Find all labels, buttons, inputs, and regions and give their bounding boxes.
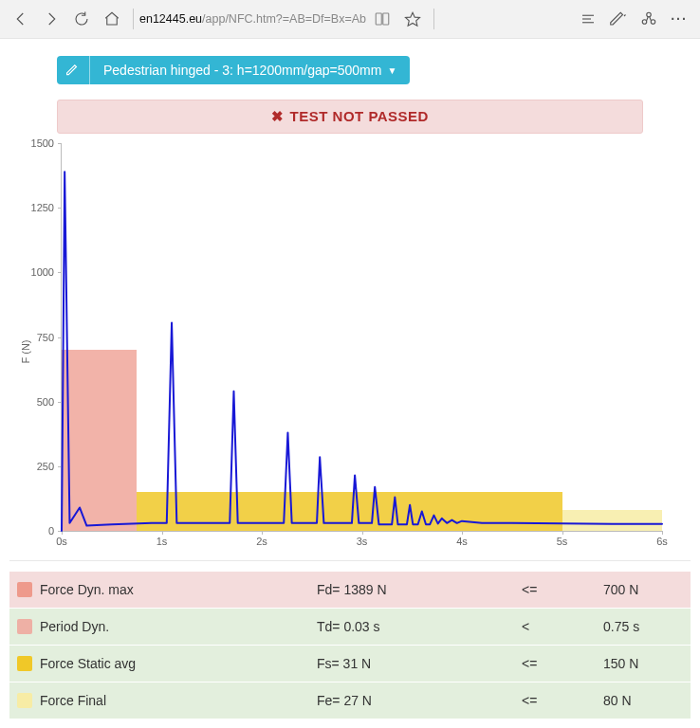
toolbar-separator: [433, 9, 434, 29]
address-bar[interactable]: en12445.eu/app/NFC.htm?=AB=Df=Bx=AbBQPMQ…: [139, 8, 367, 30]
row-name: Force Final: [40, 693, 106, 708]
toolbar-separator: [133, 9, 134, 29]
result-row: Force Dyn. maxFd= 1389 N<=700 N: [9, 572, 691, 609]
url-path: /app/NFC.htm?=AB=Df=Bx=AbBQPMQC: [202, 12, 367, 26]
svg-marker-2: [406, 12, 420, 26]
row-limit: 80 N: [596, 682, 691, 719]
x-tick-label: 4s: [456, 536, 468, 547]
result-banner: ✖TEST NOT PASSED: [57, 100, 643, 134]
x-tick-label: 3s: [357, 536, 368, 547]
row-swatch: [17, 693, 32, 708]
page-content: Pedestrian hinged - 3: h=1200mm/gap=500m…: [0, 39, 700, 728]
browser-toolbar: en12445.eu/app/NFC.htm?=AB=Df=Bx=AbBQPMQ…: [0, 0, 700, 39]
url-host: en12445.eu: [139, 12, 202, 26]
share-button[interactable]: [634, 4, 664, 34]
back-button[interactable]: [6, 4, 36, 34]
row-operator: <=: [514, 646, 596, 682]
x-tick: [662, 531, 663, 535]
test-selector[interactable]: Pedestrian hinged - 3: h=1200mm/gap=500m…: [57, 56, 410, 84]
results-table: Force Dyn. maxFd= 1389 N<=700 NPeriod Dy…: [9, 571, 691, 719]
x-tick-label: 0s: [56, 536, 67, 547]
row-limit: 0.75 s: [596, 609, 691, 646]
y-tick-label: 1250: [31, 202, 54, 213]
test-selector-label: Pedestrian hinged - 3: h=1200mm/gap=500m…: [103, 63, 381, 78]
result-row: Force FinalFe= 27 N<=80 N: [9, 682, 691, 719]
svg-rect-0: [376, 13, 381, 25]
favorite-button[interactable]: [397, 4, 428, 34]
row-operator: <: [514, 609, 596, 646]
result-row: Force Static avgFs= 31 N<=150 N: [9, 646, 691, 682]
x-tick: [362, 531, 363, 535]
forward-button[interactable]: [36, 4, 66, 34]
row-value: Fs= 31 N: [309, 646, 514, 682]
chevron-down-icon: ▼: [387, 65, 396, 76]
row-value: Fd= 1389 N: [309, 572, 514, 609]
result-row: Period Dyn.Td= 0.03 s<0.75 s: [9, 609, 691, 646]
svg-point-8: [651, 20, 655, 25]
y-tick-label: 1000: [31, 266, 54, 278]
y-tick-label: 0: [48, 525, 54, 537]
refresh-button[interactable]: [66, 4, 97, 34]
row-limit: 150 N: [596, 646, 691, 682]
x-tick: [262, 531, 263, 535]
x-tick-label: 1s: [157, 536, 168, 547]
row-operator: <=: [514, 572, 596, 609]
home-button[interactable]: [97, 4, 127, 34]
x-tick-label: 5s: [557, 536, 568, 547]
x-tick: [162, 531, 163, 535]
svg-point-6: [647, 12, 652, 17]
chart-ylabel: F (N): [20, 339, 31, 363]
row-swatch: [17, 582, 32, 597]
x-tick-label: 2s: [256, 536, 267, 547]
y-tick-label: 500: [37, 396, 54, 408]
row-operator: <=: [514, 682, 596, 719]
x-tick-label: 6s: [656, 536, 668, 547]
result-banner-text: TEST NOT PASSED: [290, 108, 429, 124]
y-tick-label: 250: [37, 461, 54, 472]
y-tick-label: 750: [37, 332, 54, 343]
row-swatch: [17, 619, 32, 634]
force-trace: [62, 143, 662, 531]
hub-button[interactable]: [573, 4, 603, 34]
row-swatch: [17, 656, 32, 671]
x-tick: [562, 531, 563, 535]
x-tick: [462, 531, 463, 535]
force-chart: F (N) 02505007501000125015000s1s2s3s4s5s…: [9, 143, 691, 561]
row-name: Force Static avg: [40, 656, 136, 671]
reader-icon[interactable]: [367, 4, 397, 34]
row-limit: 700 N: [596, 572, 691, 609]
fail-icon: ✖: [271, 108, 285, 124]
notes-button[interactable]: [603, 4, 634, 34]
more-button[interactable]: ···: [664, 4, 694, 34]
row-name: Force Dyn. max: [40, 582, 134, 597]
edit-icon[interactable]: [57, 56, 90, 84]
row-value: Td= 0.03 s: [309, 609, 514, 646]
row-value: Fe= 27 N: [309, 682, 514, 719]
svg-point-7: [642, 20, 647, 25]
svg-rect-1: [383, 13, 389, 25]
y-tick-label: 1500: [31, 137, 54, 149]
row-name: Period Dyn.: [40, 619, 109, 634]
